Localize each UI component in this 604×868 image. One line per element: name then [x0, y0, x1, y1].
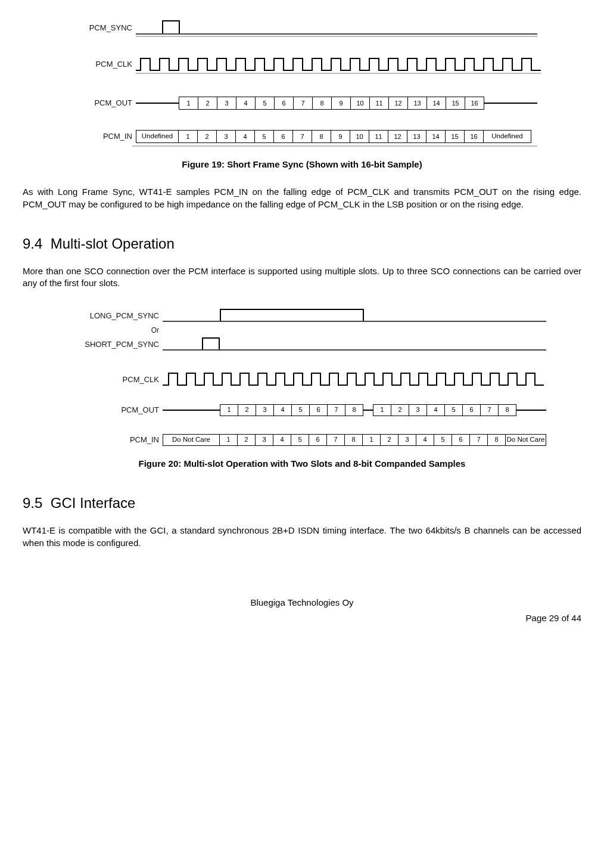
fig20-label-long: LONG_PCM_SYNC — [58, 311, 163, 321]
fig20-clk-waveform — [163, 370, 550, 390]
fig20-label-or: Or — [58, 326, 163, 335]
figure-20-caption: Figure 20: Multi-slot Operation with Two… — [23, 458, 581, 470]
section-9-5-para: WT41-E is compatible with the GCI, a sta… — [23, 525, 581, 549]
para-after-fig19: As with Long Frame Sync, WT41-E samples … — [23, 186, 581, 210]
footer-page: Page 29 of 44 — [23, 612, 581, 624]
fig20-out-cells-b: 1 2 3 4 5 6 7 8 — [373, 404, 516, 416]
fig19-out-cells: 1 2 3 4 5 6 7 8 9 10 11 12 13 14 15 16 — [179, 97, 484, 110]
fig19-in-cells: Undefined 1 2 3 4 5 6 7 8 9 10 11 12 13 … — [136, 130, 531, 143]
section-9-4-para: More than one SCO connection over the PC… — [23, 265, 581, 290]
footer-company: Bluegiga Technologies Oy — [23, 597, 581, 609]
fig20-in-cells: Do Not Care 1 2 3 4 5 6 7 8 1 2 3 4 5 6 … — [163, 434, 546, 446]
section-9-4-heading: 9.4 Multi-slot Operation — [23, 234, 581, 253]
fig19-clk-waveform — [136, 54, 541, 75]
figure-20-diagram: LONG_PCM_SYNC Or SHORT_PCM_SYNC PCM_CLK … — [58, 308, 546, 447]
fig20-out-cells-a: 1 2 3 4 5 6 7 8 — [220, 404, 363, 416]
fig19-label-clk: PCM_CLK — [67, 59, 136, 70]
fig19-label-out: PCM_OUT — [67, 98, 136, 108]
fig20-label-short: SHORT_PCM_SYNC — [58, 339, 163, 350]
figure-19-caption: Figure 19: Short Frame Sync (Shown with … — [23, 159, 581, 170]
fig20-label-in: PCM_IN — [58, 435, 163, 445]
fig19-label-in: PCM_IN — [67, 131, 136, 142]
section-9-5-heading: 9.5 GCI Interface — [23, 494, 581, 513]
figure-19-diagram: PCM_SYNC PCM_CLK PCM_OUT 1 2 3 4 5 — [67, 18, 537, 148]
fig20-label-clk: PCM_CLK — [58, 374, 163, 385]
fig20-label-out: PCM_OUT — [58, 405, 163, 416]
fig19-label-sync: PCM_SYNC — [67, 23, 136, 33]
